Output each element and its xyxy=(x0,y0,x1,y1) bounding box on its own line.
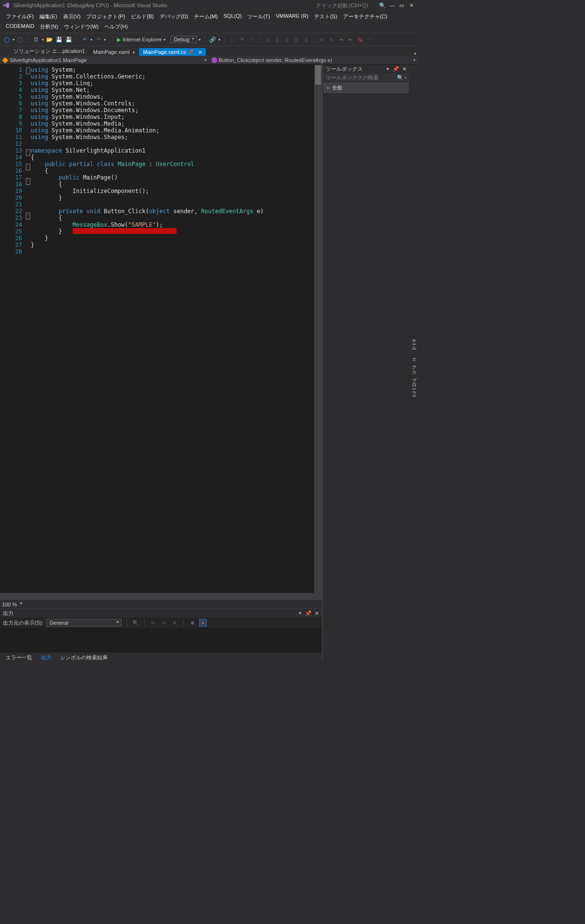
menu-debug[interactable]: デバッグ(D) xyxy=(157,12,191,22)
tb-icon-a[interactable]: ▯ xyxy=(264,36,271,43)
menu-window[interactable]: ウィンドウ(W) xyxy=(61,22,102,32)
menu-vmware[interactable]: VMWARE (R) xyxy=(273,12,311,22)
browser-link-dropdown[interactable]: ▾ xyxy=(218,38,220,42)
save-all-icon[interactable]: 💾 xyxy=(65,36,73,43)
tabs-overflow-dropdown[interactable]: ▾ xyxy=(414,51,416,56)
output-title-bar: 出力 ▼ 📌 ✕ xyxy=(0,609,322,617)
output-from-label: 出力元の表示(S): xyxy=(3,619,43,627)
nav-back-dropdown[interactable]: ▾ xyxy=(13,38,14,42)
close-button[interactable]: ✕ xyxy=(407,2,416,9)
class-icon: 🔶 xyxy=(2,57,8,63)
outdent-icon[interactable]: ⇤ xyxy=(347,36,355,43)
minimize-button[interactable]: — xyxy=(387,2,397,8)
tab-error-list[interactable]: エラー一覧 xyxy=(2,653,36,661)
tab-pin-icon[interactable]: 📌 xyxy=(188,50,193,54)
menu-analyze[interactable]: 分析(N) xyxy=(37,22,61,32)
menu-build[interactable]: ビルド(B) xyxy=(128,12,157,22)
menu-view[interactable]: 表示(V) xyxy=(60,12,84,22)
method-dropdown[interactable]: 🟣 Button_Click(object sender, RoutedEven… xyxy=(209,56,419,64)
run-target-label: Internet Explorer xyxy=(123,37,162,42)
tab-solution-explorer[interactable]: ソリューション エ…plication1 xyxy=(10,47,89,56)
tab-output[interactable]: 出力 xyxy=(37,653,55,661)
output-prev-icon[interactable]: ⇦ xyxy=(150,619,157,627)
tab-label: MainPage.xaml.cs xyxy=(143,49,186,55)
toolbox-panel: ツールボックス ▼ 📌 ✕ ツールボックスの検索 🔍 ▾ ▷ 全般 xyxy=(322,64,409,661)
bookmark-icon[interactable]: 🔖 xyxy=(356,36,364,43)
output-autoscroll-icon[interactable]: ▫ xyxy=(199,619,207,627)
menu-sql[interactable]: SQL(Q) xyxy=(221,12,245,22)
toolbox-title-bar: ツールボックス ▼ 📌 ✕ xyxy=(323,64,409,73)
save-icon[interactable]: 💾 xyxy=(55,36,63,43)
output-source-dropdown[interactable]: General xyxy=(46,619,122,627)
step-out-icon[interactable]: ↑ xyxy=(248,36,255,43)
bottom-panel-tabs: エラー一覧 出力 シンボルの検索結果 xyxy=(0,653,322,661)
nav-forward-icon[interactable]: ◯ xyxy=(16,36,24,43)
menu-team[interactable]: チーム(M) xyxy=(191,12,221,22)
menu-test[interactable]: テスト(S) xyxy=(311,12,340,22)
tb-icon-c[interactable]: ▯ xyxy=(283,36,291,43)
output-find-icon[interactable]: 🔍 xyxy=(132,619,140,627)
menu-edit[interactable]: 編集(E) xyxy=(37,12,60,22)
tb-icon-f[interactable]: ⋯ xyxy=(366,36,374,43)
output-next-icon[interactable]: ⇨ xyxy=(160,619,168,627)
fold-margin[interactable]: ----- xyxy=(25,64,31,593)
maximize-button[interactable]: ▭ xyxy=(397,2,407,9)
output-dropdown-icon[interactable]: ▼ xyxy=(298,611,302,616)
output-pin-icon[interactable]: 📌 xyxy=(305,610,312,616)
tab-mainpage-xaml[interactable]: MainPage.xaml xyxy=(89,48,139,56)
horizontal-scrollbar[interactable] xyxy=(0,593,322,600)
side-rail: チーム エクスプローラー xyxy=(409,64,418,661)
toolbox-group-general[interactable]: ▷ 全般 xyxy=(324,83,408,93)
search-icon[interactable]: 🔍 xyxy=(378,2,387,9)
zoom-dropdown[interactable]: 100 % xyxy=(2,602,23,607)
output-body[interactable] xyxy=(0,628,322,653)
scrollbar-thumb[interactable] xyxy=(315,65,321,85)
menu-codemaid[interactable]: CODEMAID xyxy=(3,22,37,32)
config-dropdown-arrow[interactable]: ▾ xyxy=(199,38,201,42)
step-over-icon[interactable]: ↷ xyxy=(238,36,246,43)
menu-help[interactable]: ヘルプ(H) xyxy=(102,22,130,32)
new-dropdown[interactable]: ▾ xyxy=(42,38,44,42)
new-project-icon[interactable]: 🗋 xyxy=(32,36,40,43)
toolbox-search-icon[interactable]: 🔍 xyxy=(397,75,404,81)
code-content[interactable]: using System;using System.Collections.Ge… xyxy=(31,64,314,593)
start-debug-button[interactable]: ▶ Internet Explorer ▾ xyxy=(114,36,168,44)
tab-mainpage-xaml-cs[interactable]: MainPage.xaml.cs 📌 ✕ xyxy=(139,48,206,56)
solution-config-dropdown[interactable]: Debug xyxy=(170,36,196,43)
output-title: 出力 xyxy=(3,610,13,617)
tab-close-icon[interactable]: ✕ xyxy=(198,50,202,55)
output-wordwrap-icon[interactable]: ≡ xyxy=(189,619,196,627)
vertical-scrollbar[interactable] xyxy=(314,64,322,593)
step-into-icon[interactable]: ↓ xyxy=(229,36,236,43)
toolbox-close-icon[interactable]: ✕ xyxy=(402,66,407,72)
team-explorer-tab[interactable]: チーム エクスプローラー xyxy=(409,67,418,661)
tb-icon-b[interactable]: ▯ xyxy=(273,36,281,43)
tb-icon-e[interactable]: ▯ xyxy=(302,36,310,43)
quick-launch[interactable]: クイック起動 (Ctrl+Q) xyxy=(316,2,368,9)
output-clear-icon[interactable]: ✕ xyxy=(171,619,178,627)
code-editor[interactable]: 1234567891011121314151617181920212223242… xyxy=(0,64,322,593)
uncomment-icon[interactable]: ≡ xyxy=(328,36,335,43)
output-toolbar: 出力元の表示(S): General 🔍 ⇦ ⇨ ✕ ≡ ▫ xyxy=(0,617,322,628)
undo-dropdown[interactable]: ▾ xyxy=(90,38,92,42)
toolbox-search[interactable]: ツールボックスの検索 🔍 ▾ xyxy=(323,73,409,82)
undo-icon[interactable]: ↶ xyxy=(81,36,89,43)
class-dropdown[interactable]: 🔶 SilverlightApplication1.MainPage xyxy=(0,56,209,64)
tb-icon-d[interactable]: ▯ xyxy=(292,36,300,43)
tab-symbol-results[interactable]: シンボルの検索結果 xyxy=(56,653,112,661)
output-close-icon[interactable]: ✕ xyxy=(315,610,319,616)
toolbox-pin-icon[interactable]: 📌 xyxy=(393,66,399,72)
redo-icon[interactable]: ↷ xyxy=(94,36,102,43)
indent-icon[interactable]: ⇥ xyxy=(337,36,345,43)
redo-dropdown[interactable]: ▾ xyxy=(104,38,106,42)
open-file-icon[interactable]: 📂 xyxy=(46,36,53,43)
nav-back-icon[interactable]: ◯ xyxy=(3,36,11,43)
menu-project[interactable]: プロジェクト(P) xyxy=(83,12,128,22)
class-name: SilverlightApplication1.MainPage xyxy=(10,57,87,63)
comment-icon[interactable]: ≡ xyxy=(318,36,326,43)
menu-architecture[interactable]: アーキテクチャ(C) xyxy=(340,12,390,22)
menu-tools[interactable]: ツール(T) xyxy=(244,12,273,22)
browser-link-icon[interactable]: 🔗 xyxy=(209,36,216,43)
menu-file[interactable]: ファイル(F) xyxy=(3,12,37,22)
toolbox-dropdown-icon[interactable]: ▼ xyxy=(386,67,390,71)
